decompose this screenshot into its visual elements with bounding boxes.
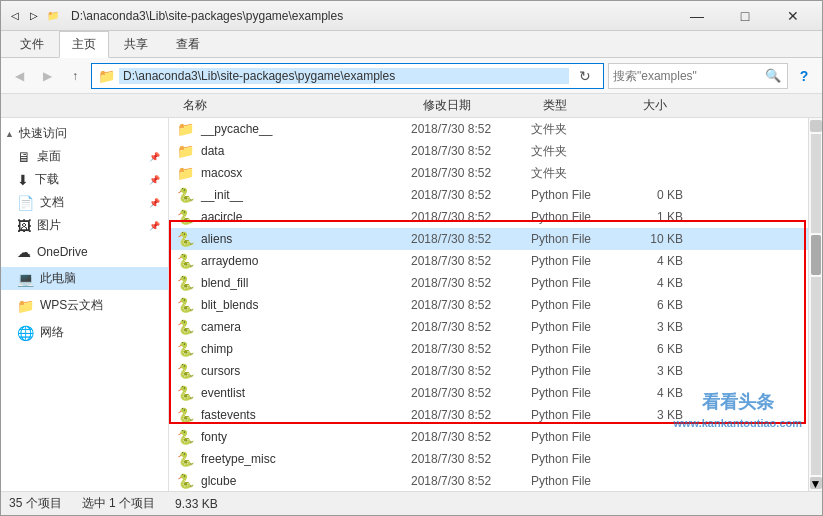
file-type: Python File [531,474,631,488]
file-type: Python File [531,430,631,444]
sidebar-item-pictures[interactable]: 🖼 图片 📌 [1,214,168,237]
python-file-icon: 🐍 [177,451,197,467]
file-date: 2018/7/30 8:52 [411,430,531,444]
desktop-label: 桌面 [37,148,61,165]
table-row[interactable]: 🐍camera2018/7/30 8:52Python File3 KB [169,316,808,338]
downloads-label: 下载 [35,171,59,188]
file-size: 1 KB [631,210,691,224]
minimize-button[interactable]: — [674,1,720,31]
address-field[interactable]: 📁 D:\anaconda3\Lib\site-packages\pygame\… [91,63,604,89]
sidebar-item-wps[interactable]: 📁 WPS云文档 [1,294,168,317]
col-header-name[interactable]: 名称 [179,97,419,114]
table-row[interactable]: 🐍blend_fill2018/7/30 8:52Python File4 KB [169,272,808,294]
forward-button[interactable]: ▶ [35,64,59,88]
column-headers: 名称 修改日期 类型 大小 [1,94,822,118]
refresh-button[interactable]: ↻ [573,64,597,88]
file-size: 3 KB [631,408,691,422]
title-bar: ◁ ▷ 📁 D:\anaconda3\Lib\site-packages\pyg… [1,1,822,31]
ribbon-tabs: 文件 主页 共享 查看 [1,31,822,57]
forward-icon: ▷ [26,8,42,24]
table-row[interactable]: 🐍arraydemo2018/7/30 8:52Python File4 KB [169,250,808,272]
wps-icon: 📁 [17,298,34,314]
file-name: data [201,144,411,158]
close-button[interactable]: ✕ [770,1,816,31]
wps-section: 📁 WPS云文档 [1,294,168,317]
ribbon: 文件 主页 共享 查看 [1,31,822,58]
file-date: 2018/7/30 8:52 [411,232,531,246]
table-row[interactable]: 🐍blit_blends2018/7/30 8:52Python File6 K… [169,294,808,316]
documents-label: 文档 [40,194,64,211]
address-folder-icon: 📁 [98,68,115,84]
file-size: 4 KB [631,254,691,268]
status-bar: 35 个项目 选中 1 个项目 9.33 KB [1,491,822,515]
file-date: 2018/7/30 8:52 [411,210,531,224]
table-row[interactable]: 🐍aliens2018/7/30 8:52Python File10 KB [169,228,808,250]
desktop-icon: 🖥 [17,149,31,165]
file-list-wrapper: 📁__pycache__2018/7/30 8:52文件夹📁data2018/7… [169,118,822,491]
onedrive-section: ☁ OneDrive [1,241,168,263]
sidebar-item-desktop[interactable]: 🖥 桌面 📌 [1,145,168,168]
python-file-icon: 🐍 [177,429,197,445]
downloads-icon: ⬇ [17,172,29,188]
file-name: fastevents [201,408,411,422]
sidebar-item-onedrive[interactable]: ☁ OneDrive [1,241,168,263]
file-type: Python File [531,320,631,334]
quick-access-header[interactable]: ▲ 快速访问 [1,122,168,145]
search-input[interactable] [613,69,763,83]
back-button[interactable]: ◀ [7,64,31,88]
table-row[interactable]: 📁macosx2018/7/30 8:52文件夹 [169,162,808,184]
table-row[interactable]: 🐍glcube2018/7/30 8:52Python File [169,470,808,491]
expand-arrow-icon: ▲ [5,129,15,139]
table-row[interactable]: 📁__pycache__2018/7/30 8:52文件夹 [169,118,808,140]
table-row[interactable]: 🐍fonty2018/7/30 8:52Python File [169,426,808,448]
maximize-button[interactable]: □ [722,1,768,31]
pictures-icon: 🖼 [17,218,31,234]
col-header-type[interactable]: 类型 [539,97,639,114]
title-text: D:\anaconda3\Lib\site-packages\pygame\ex… [71,9,670,23]
python-file-icon: 🐍 [177,363,197,379]
python-file-icon: 🐍 [177,385,197,401]
table-row[interactable]: 🐍fastevents2018/7/30 8:52Python File3 KB [169,404,808,426]
file-size: 6 KB [631,298,691,312]
sidebar-item-thispc[interactable]: 💻 此电脑 [1,267,168,290]
tab-home[interactable]: 主页 [59,31,109,58]
sidebar-item-downloads[interactable]: ⬇ 下载 📌 [1,168,168,191]
table-row[interactable]: 🐍chimp2018/7/30 8:52Python File6 KB [169,338,808,360]
search-icon[interactable]: 🔍 [763,66,783,86]
scrollbar[interactable]: ▼ [808,118,822,491]
tab-file[interactable]: 文件 [7,31,57,57]
up-button[interactable]: ↑ [63,64,87,88]
file-type: Python File [531,298,631,312]
table-row[interactable]: 🐍freetype_misc2018/7/30 8:52Python File [169,448,808,470]
table-row[interactable]: 🐍aacircle2018/7/30 8:52Python File1 KB [169,206,808,228]
sidebar-item-documents[interactable]: 📄 文档 📌 [1,191,168,214]
table-row[interactable]: 📁data2018/7/30 8:52文件夹 [169,140,808,162]
file-date: 2018/7/30 8:52 [411,144,531,158]
tab-share[interactable]: 共享 [111,31,161,57]
help-button[interactable]: ? [792,64,816,88]
file-date: 2018/7/30 8:52 [411,276,531,290]
file-type: Python File [531,452,631,466]
sidebar-item-network[interactable]: 🌐 网络 [1,321,168,344]
onedrive-icon: ☁ [17,244,31,260]
col-header-size[interactable]: 大小 [639,97,699,114]
file-date: 2018/7/30 8:52 [411,452,531,466]
table-row[interactable]: 🐍cursors2018/7/30 8:52Python File3 KB [169,360,808,382]
network-icon: 🌐 [17,325,34,341]
python-file-icon: 🐍 [177,253,197,269]
file-name: __init__ [201,188,411,202]
col-header-date[interactable]: 修改日期 [419,97,539,114]
file-type: 文件夹 [531,165,631,182]
file-date: 2018/7/30 8:52 [411,320,531,334]
file-date: 2018/7/30 8:52 [411,342,531,356]
table-row[interactable]: 🐍__init__2018/7/30 8:52Python File0 KB [169,184,808,206]
file-name: chimp [201,342,411,356]
tab-view[interactable]: 查看 [163,31,213,57]
network-section: 🌐 网络 [1,321,168,344]
python-file-icon: 🐍 [177,319,197,335]
search-box[interactable]: 🔍 [608,63,788,89]
table-row[interactable]: 🐍eventlist2018/7/30 8:52Python File4 KB [169,382,808,404]
status-total: 35 个项目 [9,495,62,512]
pin-icon-3: 📌 [149,198,160,208]
file-name: arraydemo [201,254,411,268]
